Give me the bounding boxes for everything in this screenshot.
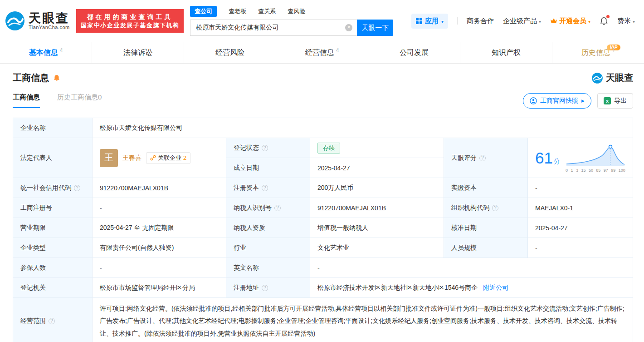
row-company-type: 企业类型 有限责任公司(自然人独资) 行业 文化艺术业 人员规模 - <box>13 238 633 258</box>
search-tab-risk[interactable]: 查风险 <box>288 7 305 15</box>
label-reg-capital: 注册资本? <box>226 178 310 198</box>
help-icon[interactable]: ? <box>74 185 80 191</box>
reg-capital-label-text: 注册资本 <box>234 184 259 191</box>
tab-operation-risk[interactable]: 经营风险 <box>184 42 276 63</box>
tab-company-development[interactable]: 公司发展 <box>368 42 460 63</box>
label-english-name: 英文名称 <box>226 258 310 278</box>
value-insured-count: - <box>93 258 226 278</box>
wave-logo-icon <box>591 72 603 84</box>
row-reg-authority: 登记机关 松原市市场监督管理局经开区分局 注册地址? 松原市经济技术开发区新天地… <box>13 278 633 298</box>
label-company-type: 企业类型 <box>13 238 93 258</box>
tab-basic-info-count: 4 <box>60 47 63 54</box>
value-business-term: 2025-04-27 至 无固定期限 <box>93 218 226 238</box>
value-taxpayer-id: 91220700MAEJALX01B <box>310 198 444 218</box>
person-icon <box>530 97 537 104</box>
tab-history-info-label: 历史信息 <box>581 48 610 58</box>
legal-rep-avatar[interactable]: 王 <box>100 149 118 167</box>
label-establish-date: 成立日期 <box>226 158 310 178</box>
label-insured-count: 参保人数 <box>13 258 93 278</box>
score-curve-chart <box>566 144 625 166</box>
label-taxpayer-quality: 纳税人资质 <box>226 218 310 238</box>
tab-company-development-label: 公司发展 <box>400 48 429 58</box>
subscribe-bell-icon[interactable] <box>53 74 60 82</box>
tab-legal-lawsuits[interactable]: 法律诉讼 <box>92 42 184 63</box>
related-companies-label: 关联企业 <box>158 154 181 162</box>
label-tianyan-score: 天眼评分? <box>444 138 528 178</box>
arrow-right-icon: ▶ <box>581 99 585 103</box>
company-nav-tabs: 基本信息 4 法律诉讼 经营风险 经营信息 4 公司发展 知识产权 VIP 历史… <box>0 42 644 64</box>
enterprise-products-label: 企业级产品 <box>503 17 537 25</box>
help-icon[interactable]: ? <box>274 205 281 211</box>
tianyancha-logo[interactable]: 天眼查 TianYanCha.com <box>5 10 70 31</box>
search-tab-boss[interactable]: 查老板 <box>229 7 246 15</box>
credit-code-label-text: 统一社会信用代码 <box>20 184 71 191</box>
search-tab-company[interactable]: 查公司 <box>190 6 217 17</box>
status-badge: 存续 <box>317 143 340 154</box>
notification-bell-button[interactable] <box>600 16 608 25</box>
value-org-code: MAEJALX0-1 <box>528 198 633 218</box>
tab-operation-info[interactable]: 经营信息 4 <box>276 42 368 63</box>
search-input[interactable] <box>190 20 357 36</box>
row-business-scope: 经营范围? 许可项目:网络文化经营。(依法须经批准的项目,经相关部门批准后方可开… <box>13 298 633 342</box>
value-reg-authority: 松原市市场监督管理局经开区分局 <box>93 278 226 298</box>
menu-open-vip[interactable]: 开通会员 ▾ <box>550 17 590 25</box>
help-icon[interactable]: ? <box>262 145 268 151</box>
export-button[interactable]: x 导出 <box>597 93 633 109</box>
row-business-term: 营业期限 2025-04-27 至 无固定期限 纳税人资质 增值税一般纳税人 核… <box>13 218 633 238</box>
value-paid-capital: - <box>528 178 633 198</box>
search-tabs: 查公司 查老板 查关系 查风险 <box>190 6 393 17</box>
open-vip-label: 开通会员 <box>559 17 586 25</box>
label-reg-number: 工商注册号 <box>13 198 93 218</box>
grid-icon <box>416 18 422 24</box>
tab-operation-info-count: 4 <box>336 47 339 54</box>
value-establish-date: 2025-04-27 <box>310 158 444 178</box>
value-company-name: 松原市天娇文化传媒有限公司 <box>93 118 633 138</box>
reg-address-text: 松原市经济技术开发区新天地社区新天地小区1546号商企 <box>317 284 478 291</box>
value-reg-number: - <box>93 198 226 218</box>
tab-basic-info[interactable]: 基本信息 4 <box>0 42 92 63</box>
label-reg-authority: 登记机关 <box>13 278 93 298</box>
logo-brand-text: 天眼查 <box>29 12 70 25</box>
top-header: 天眼查 TianYanCha.com 都在用的商业查询工具 国家中小企业发展子基… <box>0 0 644 42</box>
official-snapshot-label: 工商官网快照 <box>540 97 578 105</box>
taxpayer-id-label-text: 纳税人识别号 <box>234 204 272 211</box>
menu-business-cooperation[interactable]: 商务合作 <box>467 17 494 25</box>
value-legal-rep: 王 王春喜 关联企业 2 <box>93 138 226 178</box>
search-button[interactable]: 天眼一下 <box>357 20 393 36</box>
related-companies-tag[interactable]: 关联企业 2 <box>146 152 190 164</box>
wave-logo-icon <box>5 10 25 31</box>
business-info-table: 企业名称 松原市天娇文化传媒有限公司 法定代表人 王 王春喜 关联企业 2 <box>13 118 633 342</box>
user-menu[interactable]: 费米 ▾ <box>617 17 635 25</box>
subtab-business-info[interactable]: 工商信息 <box>13 93 40 108</box>
search-tab-relation[interactable]: 查关系 <box>258 7 276 15</box>
chevron-down-icon: ▾ <box>588 19 590 24</box>
label-approval-date: 核准日期 <box>444 218 528 238</box>
apps-menu-button[interactable]: 应用 ▾ <box>411 14 448 29</box>
tab-intellectual-property[interactable]: 知识产权 <box>460 42 552 63</box>
section-head: 工商信息 天眼查 <box>13 72 633 84</box>
help-icon[interactable]: ? <box>479 155 486 161</box>
score-value: 61 <box>535 149 553 167</box>
help-icon[interactable]: ? <box>262 285 268 291</box>
notification-red-dot <box>606 15 610 18</box>
tab-history-info[interactable]: VIP 历史信息 1 <box>552 42 644 63</box>
label-taxpayer-id: 纳税人识别号? <box>226 198 310 218</box>
value-tianyan-score: 61分 0131550859799100 <box>528 138 633 178</box>
subtab-history-business-info[interactable]: 历史工商信息0 <box>57 93 102 102</box>
nearby-companies-link[interactable]: 附近公司 <box>483 284 508 291</box>
label-credit-code: 统一社会信用代码? <box>13 178 93 198</box>
menu-enterprise-products[interactable]: 企业级产品 ▾ <box>503 17 541 25</box>
value-reg-status: 存续 <box>310 138 444 158</box>
label-business-scope: 经营范围? <box>13 298 93 342</box>
help-icon[interactable]: ? <box>262 185 268 191</box>
value-reg-capital: 200万人民币 <box>310 178 444 198</box>
value-english-name: - <box>310 258 633 278</box>
official-snapshot-button[interactable]: 工商官网快照 ▶ <box>523 93 591 109</box>
legal-rep-name-link[interactable]: 王春喜 <box>122 154 141 162</box>
value-staff-size: - <box>528 238 633 258</box>
tab-legal-lawsuits-label: 法律诉讼 <box>123 48 152 58</box>
help-icon[interactable]: ? <box>492 205 498 211</box>
subtabs-row: 工商信息 历史工商信息0 工商官网快照 ▶ x 导出 <box>13 93 633 112</box>
help-icon[interactable]: ? <box>49 318 55 324</box>
label-industry: 行业 <box>226 238 310 258</box>
